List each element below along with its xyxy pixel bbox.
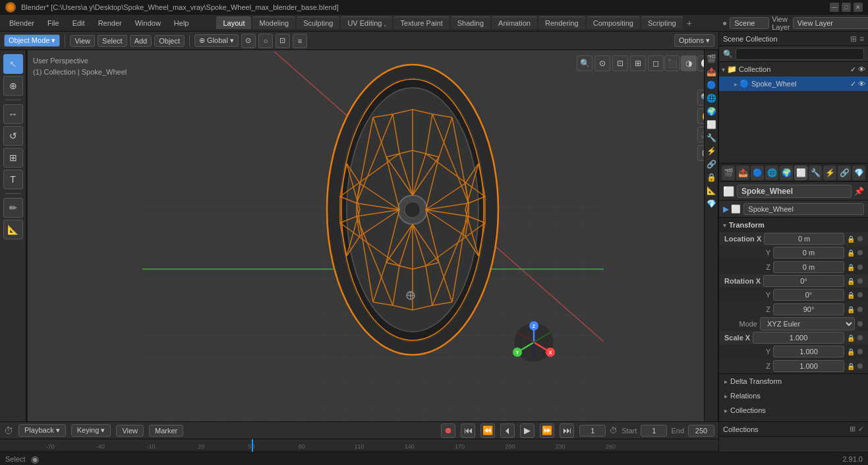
workspace-tab-sculpting[interactable]: Sculpting [297,16,339,29]
scene-props-tab[interactable]: 🌐 [765,166,778,180]
rotation-x-field[interactable]: 0° [763,275,844,287]
physics-icon-tab[interactable]: 🔗 [705,158,717,170]
scale-y-field[interactable]: 1.000 [773,346,844,357]
material-props-tab[interactable]: 💎 [852,166,865,180]
solid-shading-button[interactable]: ⬛ [664,55,680,71]
material-icon-tab[interactable]: 💎 [705,198,717,210]
workspace-tab-modeling[interactable]: Modeling [252,16,295,29]
render-icon-tab[interactable]: 🎬 [705,53,717,65]
workspace-tab-shading[interactable]: Shading [451,16,490,29]
rotation-y-field[interactable]: 0° [773,289,844,301]
keying-menu-button[interactable]: Keying ▾ [71,424,111,437]
minimize-button[interactable]: — [830,3,839,12]
start-frame-field[interactable]: 1 [641,425,667,437]
view-layer-props-tab[interactable]: 🔵 [751,166,764,180]
jump-to-end-button[interactable]: ⏭ [560,423,574,438]
location-y-keyframe-dot[interactable] [857,250,863,255]
jump-to-start-button[interactable]: ⏮ [461,423,475,438]
workspace-tab-texture-paint[interactable]: Texture Paint [393,16,449,29]
menu-render[interactable]: Render [93,18,127,28]
current-frame-field[interactable]: 1 [579,425,606,437]
scale-z-keyframe-dot[interactable] [857,363,863,369]
location-y-lock-icon[interactable]: 🔒 [847,249,855,257]
marker-menu-button[interactable]: Marker [149,425,183,437]
collections-check-icon[interactable]: ✓ [858,425,864,433]
view-layer-field[interactable] [793,17,868,29]
workspace-tab-compositing[interactable]: Compositing [587,16,640,29]
camera-view-button[interactable]: 🔍 [577,55,593,71]
annotate-tool-button[interactable]: ✏ [3,198,23,218]
menu-window[interactable]: Window [130,18,166,28]
outliner-menu-icon[interactable]: ≡ [859,34,864,44]
location-z-field[interactable]: 0 m [773,261,844,273]
play-button[interactable]: ▶ [520,423,535,438]
view-menu-timeline-button[interactable]: View [116,425,144,437]
render-settings-button[interactable]: ⊙ [594,55,610,71]
end-frame-field[interactable]: 250 [688,425,714,437]
physics-props-tab[interactable]: 🔗 [838,166,851,180]
cursor-tool-button[interactable]: ⊕ [3,76,23,96]
transform-pivot-button[interactable]: ⊡ [275,34,290,48]
scale-x-keyframe-dot[interactable] [857,335,863,340]
output-props-tab[interactable]: 📤 [736,166,749,180]
proportional-edit-button[interactable]: ○ [258,34,273,48]
close-button[interactable]: ✕ [854,3,863,12]
outliner-search-input[interactable] [736,48,864,60]
constraints-icon-tab[interactable]: 🔒 [705,171,717,183]
modifiers-props-tab[interactable]: 🔧 [809,166,822,180]
workspace-tab-layout[interactable]: Layout [216,16,251,29]
spoke-wheel-visible-icon[interactable]: ✓ [850,80,856,88]
rotation-y-keyframe-dot[interactable] [857,292,863,297]
menu-help[interactable]: Help [169,18,194,28]
rotation-z-field[interactable]: 90° [773,303,844,315]
spoke-wheel-eye-icon[interactable]: 👁 [858,80,865,88]
object-name-field[interactable]: Spoke_Wheel [737,185,852,198]
pin-button[interactable]: 📌 [854,187,864,196]
location-y-field[interactable]: 0 m [773,247,844,259]
workspace-tab-rendering[interactable]: Rendering [538,16,585,29]
transform-tool-button[interactable]: T [3,170,23,189]
playback-menu-button[interactable]: Playback ▾ [18,424,66,437]
material-shading-button[interactable]: ◑ [681,55,697,71]
outliner-filter-icon[interactable]: ⊞ [850,34,857,44]
snap-button[interactable]: ⊙ [241,34,256,48]
location-x-lock-icon[interactable]: 🔒 [847,235,855,243]
transform-space-button[interactable]: ⊕ Global ▾ [194,34,239,47]
render-props-tab[interactable]: 🎬 [722,166,735,180]
add-menu-button[interactable]: Add [130,35,152,47]
object-menu-button[interactable]: Object [154,35,185,47]
menu-blender[interactable]: Blender [4,18,40,28]
scale-x-field[interactable]: 1.000 [753,332,844,344]
modifiers-icon-tab[interactable]: 🔧 [705,132,717,144]
rotation-y-lock-icon[interactable]: 🔒 [847,292,855,299]
rotate-tool-button[interactable]: ↺ [3,126,23,146]
transform-section-header[interactable]: ▾ Transform [719,218,868,232]
options-button[interactable]: Options ▾ [674,34,714,47]
gizmo-button[interactable]: ⊞ [630,55,646,71]
scale-z-lock-icon[interactable]: 🔒 [847,363,855,370]
record-button[interactable]: ⏺ [441,423,455,438]
collection-eye-icon[interactable]: 👁 [858,65,865,74]
scene-field[interactable] [730,17,769,29]
view-layer-icon-tab[interactable]: 🔵 [705,79,717,91]
scale-y-lock-icon[interactable]: 🔒 [847,348,855,356]
rotation-mode-select[interactable]: XYZ Euler XZY Euler Quaternion [760,317,855,330]
wireframe-shading-button[interactable]: ◻ [648,55,664,71]
workspace-tab-scripting[interactable]: Scripting [641,16,683,29]
object-props-tab[interactable]: ⬜ [794,166,807,180]
outliner-item-collection[interactable]: ▾ 📁 Collection ✓ 👁 [719,62,868,77]
collections-add-icon[interactable]: ⊞ [850,425,855,433]
workspace-tab-animation[interactable]: Animation [492,16,537,29]
scene-icon-tab[interactable]: 🌐 [705,92,717,104]
select-menu-button[interactable]: Select [98,35,127,47]
data-block-field[interactable] [743,203,864,215]
rotation-x-keyframe-dot[interactable] [857,278,863,284]
select-tool-button[interactable]: ↖ [3,54,23,74]
delta-transform-header[interactable]: ▸ Delta Transform [719,374,868,388]
location-x-field[interactable]: 0 m [764,233,844,245]
scale-tool-button[interactable]: ⊞ [3,148,23,168]
mirror-button[interactable]: ≡ [293,34,307,48]
object-mode-button[interactable]: Object Mode ▾ [4,34,60,47]
next-keyframe-button[interactable]: ⏩ [540,423,554,438]
mode-keyframe-dot[interactable] [857,321,863,326]
